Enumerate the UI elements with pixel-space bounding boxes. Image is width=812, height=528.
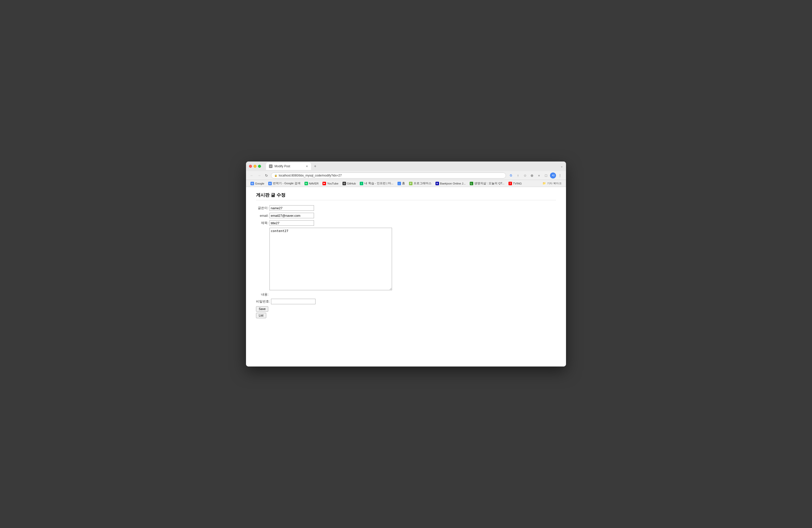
programs-favicon: P xyxy=(409,182,412,185)
bookmark-translate[interactable]: G 번역기 - Google 검색 xyxy=(267,181,302,186)
content-area: content27 xyxy=(256,228,556,290)
bookmark-naver-label: NAVER xyxy=(309,182,319,185)
tab-bar: M Modify Post ✕ + ⌄ xyxy=(266,162,563,170)
password-input[interactable] xyxy=(271,299,316,304)
content-label-row: 내용: xyxy=(256,292,556,297)
profile-badge[interactable]: 사 xyxy=(550,173,556,178)
bookmarks-folder-icon: 📁 xyxy=(542,182,546,185)
naver-favicon: N xyxy=(304,182,308,185)
inflearn-favicon: i xyxy=(360,182,363,185)
refresh-button[interactable]: ↻ xyxy=(264,173,269,178)
bookmark-programs-label: 프로그래머스 xyxy=(414,181,432,185)
traffic-lights xyxy=(249,165,261,168)
bookmark-tving[interactable]: T TVING xyxy=(507,181,523,186)
menu-button[interactable]: ⋮ xyxy=(557,173,563,178)
page-content: 게시판 글 수정 글쓴이: email: 제목: content27 xyxy=(246,187,566,367)
bookmark-life[interactable]: L 생명의삶 : 오늘의 QT... xyxy=(468,181,506,186)
share-button[interactable]: ↑ xyxy=(515,173,521,178)
bookmark-naver[interactable]: N NAVER xyxy=(303,181,320,186)
active-tab[interactable]: M Modify Post ✕ xyxy=(266,162,311,170)
email-row: email: xyxy=(256,213,556,218)
bookmark-button[interactable]: ☆ xyxy=(522,173,528,178)
nav-actions: G ↑ ☆ ⊕ ≡ □ 사 ⋮ xyxy=(508,173,563,178)
google-account-button[interactable]: G xyxy=(508,173,514,178)
bookmark-google-label: Google xyxy=(255,182,264,185)
youtube-favicon: ▶ xyxy=(322,182,326,185)
github-favicon: ⊙ xyxy=(343,182,346,185)
list-button[interactable]: List xyxy=(256,313,266,318)
button-row: Save List xyxy=(256,306,556,318)
new-tab-button[interactable]: + xyxy=(312,163,318,170)
tving-favicon: T xyxy=(508,182,512,185)
forward-button[interactable]: → xyxy=(257,173,262,178)
bookmark-inflearn-label: 내 학습 - 인프런 | 마... xyxy=(364,181,393,185)
bookmark-home-label: 홈 xyxy=(402,181,405,185)
password-row: 비밀번호: xyxy=(256,299,556,304)
nav-bar: ← → ↻ 🔒 localhost:8080/bbs_mysql_code/mo… xyxy=(246,171,566,180)
tab-title: Modify Post xyxy=(275,164,290,168)
bookmark-programs[interactable]: P 프로그래머스 xyxy=(407,181,433,186)
back-button[interactable]: ← xyxy=(249,173,255,178)
email-input[interactable] xyxy=(270,213,314,218)
tab-favicon: M xyxy=(269,164,273,168)
content-label: 내용: xyxy=(256,292,269,297)
bookmark-github-label: GitHub xyxy=(347,182,356,185)
author-label: 글쓴이: xyxy=(256,206,269,210)
url-text: localhost:8080/bbs_mysql_code/modify?idx… xyxy=(279,174,342,177)
bookmark-translate-label: 번역기 - Google 검색 xyxy=(273,181,301,185)
bookmark-tving-label: TVING xyxy=(513,182,522,185)
bookmarks-bar: G Google G 번역기 - Google 검색 N NAVER ▶ You… xyxy=(246,180,566,187)
browser-window: M Modify Post ✕ + ⌄ ← → ↻ 🔒 localhost:80… xyxy=(246,161,566,367)
life-favicon: L xyxy=(470,182,473,185)
maximize-button[interactable] xyxy=(258,165,261,168)
bookmark-youtube-label: YouTube xyxy=(327,182,338,185)
bookmark-baekjoon[interactable]: B Baekjoon Online J... xyxy=(434,181,467,186)
subject-row: 제목: xyxy=(256,220,556,226)
author-input[interactable] xyxy=(270,205,314,211)
author-row: 글쓴이: xyxy=(256,205,556,211)
minimize-button[interactable] xyxy=(253,165,257,168)
close-button[interactable] xyxy=(249,165,252,168)
bookmarks-more-button[interactable]: 📁 기타 북마크 xyxy=(541,181,563,186)
bookmark-google[interactable]: G Google xyxy=(249,181,266,186)
password-label: 비밀번호: xyxy=(256,299,270,304)
email-label: email: xyxy=(256,214,269,218)
bookmarks-more-label: 기타 북마크 xyxy=(547,181,562,185)
baekjoon-favicon: B xyxy=(435,182,439,185)
subject-input[interactable] xyxy=(270,220,314,226)
tab-menu-button[interactable]: ⌄ xyxy=(561,164,563,168)
form-container: 글쓴이: email: 제목: content27 내용: xyxy=(256,205,556,318)
translate-favicon: G xyxy=(268,182,272,185)
lock-icon: 🔒 xyxy=(274,174,277,177)
bookmark-home[interactable]: ⌂ 홈 xyxy=(396,181,406,186)
google-favicon: G xyxy=(250,182,254,185)
bookmark-baekjoon-label: Baekjoon Online J... xyxy=(440,182,466,185)
page-title: 게시판 글 수정 xyxy=(256,192,556,200)
bookmark-inflearn[interactable]: i 내 학습 - 인프런 | 마... xyxy=(358,181,395,186)
tab-close-button[interactable]: ✕ xyxy=(306,165,308,168)
subject-label: 제목: xyxy=(256,221,269,225)
extension2-button[interactable]: ≡ xyxy=(536,173,542,178)
window-button[interactable]: □ xyxy=(543,173,549,178)
bookmark-life-label: 생명의삶 : 오늘의 QT... xyxy=(474,181,505,185)
address-bar[interactable]: 🔒 localhost:8080/bbs_mysql_code/modify?i… xyxy=(271,173,506,178)
content-textarea[interactable]: content27 xyxy=(270,228,392,290)
home-favicon: ⌂ xyxy=(397,182,401,185)
extensions-button[interactable]: ⊕ xyxy=(529,173,535,178)
title-bar: M Modify Post ✕ + ⌄ xyxy=(246,161,566,171)
bookmark-github[interactable]: ⊙ GitHub xyxy=(341,181,358,186)
bookmark-youtube[interactable]: ▶ YouTube xyxy=(321,181,340,186)
save-button[interactable]: Save xyxy=(256,306,268,312)
